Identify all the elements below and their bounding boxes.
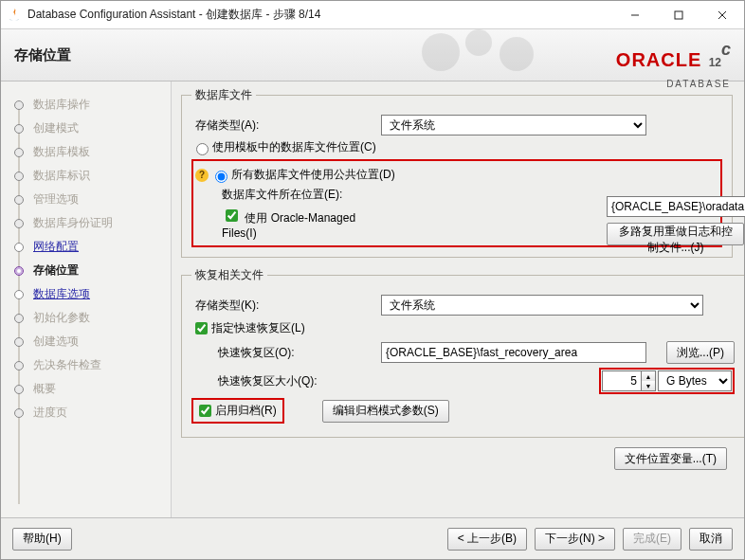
window-title: Database Configuration Assistant - 创建数据库…	[27, 7, 613, 23]
window-controls	[613, 1, 744, 28]
use-template-loc-radio[interactable]	[196, 143, 209, 155]
fra-size-spinner[interactable]: ▲▼	[602, 370, 656, 391]
svg-rect-1	[675, 11, 682, 19]
wizard-step-12: 概要	[1, 377, 171, 401]
db-file-loc-input[interactable]	[607, 196, 744, 217]
wizard-step-7[interactable]: 存储位置	[1, 259, 171, 282]
wizard-step-5: 数据库身份证明	[1, 211, 171, 235]
java-icon	[7, 8, 22, 23]
next-button[interactable]: 下一步(N) >	[535, 528, 615, 551]
step-label: 存储位置	[33, 262, 79, 279]
hint-icon: ?	[195, 169, 209, 182]
fra-checkbox[interactable]	[195, 322, 208, 334]
back-button[interactable]: < 上一步(B)	[447, 528, 527, 551]
main-panel: 数据库文件 存储类型(A): 文件系统 使用模板中的数据库文件位置(C) ? 所…	[172, 81, 744, 517]
wizard-step-4: 管理选项	[1, 188, 171, 211]
step-dot	[14, 172, 24, 181]
wizard-step-9: 初始化参数	[1, 306, 171, 330]
use-template-loc-label: 使用模板中的数据库文件位置(C)	[212, 139, 376, 155]
db-files-legend: 数据库文件	[191, 87, 256, 103]
step-label: 初始化参数	[33, 310, 90, 326]
page-title: 存储位置	[14, 46, 71, 64]
multiplex-button[interactable]: 多路复用重做日志和控制文件...(J)	[607, 223, 744, 245]
omf-checkbox[interactable]	[226, 209, 238, 222]
step-dot	[14, 337, 24, 347]
app-window: Database Configuration Assistant - 创建数据库…	[0, 0, 745, 560]
gear-decor	[412, 26, 573, 78]
step-label: 进度页	[33, 405, 67, 421]
step-dot	[14, 195, 24, 205]
archive-label: 启用归档(R)	[215, 403, 277, 419]
wizard-footer: 帮助(H) < 上一步(B) 下一步(N) > 完成(E) 取消	[1, 517, 744, 559]
step-dot	[14, 408, 24, 418]
step-label: 数据库身份证明	[33, 215, 113, 231]
recovery-storage-type-label: 存储类型(K):	[191, 298, 381, 314]
wizard-step-3: 数据库标识	[1, 164, 171, 188]
storage-type-label: 存储类型(A):	[191, 117, 381, 134]
fra-loc-input[interactable]	[381, 342, 646, 363]
oracle-version: 12c	[709, 35, 731, 77]
step-label: 管理选项	[33, 191, 79, 208]
oracle-database-label: DATABASE	[666, 79, 731, 89]
use-common-loc-radio[interactable]	[215, 171, 227, 183]
wizard-step-2: 数据库模板	[1, 140, 171, 164]
spin-down[interactable]: ▼	[642, 381, 655, 390]
step-dot	[14, 148, 24, 157]
step-label: 概要	[33, 381, 56, 397]
fra-size-unit-select[interactable]: G Bytes	[658, 370, 732, 391]
step-dot	[14, 243, 24, 252]
step-label: 数据库模板	[33, 144, 90, 160]
file-loc-var-row: 文件位置变量...(T)	[181, 447, 727, 470]
file-loc-var-button[interactable]: 文件位置变量...(T)	[614, 447, 727, 470]
oracle-wordmark: ORACLE	[616, 49, 701, 70]
step-dot	[14, 290, 24, 299]
wizard-steps-sidebar: 数据库操作创建模式数据库模板数据库标识管理选项数据库身份证明网络配置存储位置数据…	[1, 81, 172, 517]
fra-size-label: 快速恢复区大小(Q):	[191, 373, 381, 389]
db-files-group: 数据库文件 存储类型(A): 文件系统 使用模板中的数据库文件位置(C) ? 所…	[181, 87, 733, 258]
step-label: 数据库选项	[33, 286, 90, 302]
db-file-loc-label: 数据库文件所在位置(E):	[195, 187, 385, 203]
close-button[interactable]	[700, 1, 744, 28]
svg-point-4	[422, 33, 460, 71]
fra-size-input[interactable]	[602, 370, 642, 391]
svg-point-5	[465, 29, 492, 56]
step-label: 创建选项	[33, 334, 79, 350]
step-dot	[14, 266, 24, 276]
maximize-button[interactable]	[657, 1, 700, 28]
use-common-loc-label: 所有数据库文件使用公共位置(D)	[231, 167, 395, 183]
fra-checkbox-label: 指定快速恢复区(L)	[211, 320, 305, 336]
recovery-storage-type-select[interactable]: 文件系统	[381, 295, 703, 316]
step-dot	[14, 219, 24, 228]
recovery-group: 恢复相关文件 存储类型(K): 文件系统 指定快速恢复区(L) 快速恢复区(O)…	[181, 267, 744, 438]
step-label: 创建模式	[33, 120, 79, 136]
wizard-step-6[interactable]: 网络配置	[1, 235, 171, 259]
step-label: 网络配置	[33, 239, 79, 255]
step-label: 数据库操作	[33, 97, 90, 113]
help-button[interactable]: 帮助(H)	[12, 528, 72, 551]
svg-point-6	[500, 37, 534, 71]
archive-checkbox[interactable]	[199, 405, 211, 417]
oracle-logo: ORACLE 12c DATABASE	[616, 35, 731, 90]
archive-highlight: 启用归档(R)	[191, 398, 284, 424]
wizard-header: 存储位置 ORACLE 12c DATABASE	[1, 29, 744, 81]
fra-size-highlight: ▲▼ G Bytes	[599, 368, 735, 394]
omf-label: 使用 Oracle-Managed Files(I)	[222, 211, 355, 240]
step-dot	[14, 100, 24, 110]
wizard-step-0: 数据库操作	[1, 93, 171, 117]
step-dot	[14, 361, 24, 370]
step-dot	[14, 124, 24, 134]
wizard-step-13: 进度页	[1, 401, 171, 425]
step-label: 数据库标识	[33, 168, 90, 184]
step-dot	[14, 385, 24, 394]
cancel-button[interactable]: 取消	[689, 528, 733, 551]
titlebar: Database Configuration Assistant - 创建数据库…	[1, 1, 744, 29]
wizard-body: 数据库操作创建模式数据库模板数据库标识管理选项数据库身份证明网络配置存储位置数据…	[1, 81, 744, 517]
storage-type-select[interactable]: 文件系统	[381, 115, 646, 135]
fra-loc-label: 快速恢复区(O):	[191, 345, 381, 361]
browse-fra-button[interactable]: 浏览...(P)	[666, 341, 735, 364]
archive-params-button[interactable]: 编辑归档模式参数(S)	[322, 400, 449, 423]
minimize-button[interactable]	[613, 1, 657, 28]
spin-up[interactable]: ▲	[642, 371, 655, 381]
finish-button: 完成(E)	[623, 528, 681, 551]
wizard-step-8[interactable]: 数据库选项	[1, 282, 171, 306]
